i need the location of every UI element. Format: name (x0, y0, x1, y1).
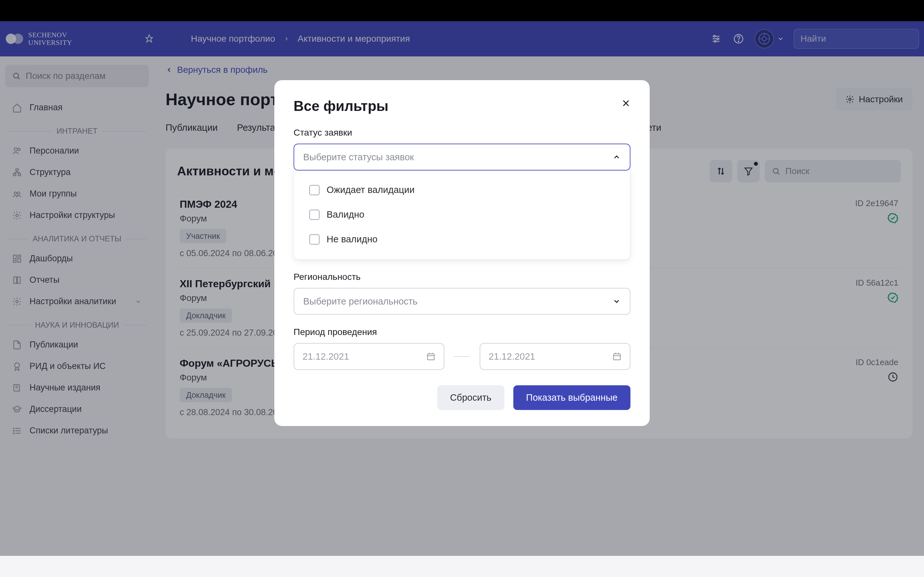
modal-overlay[interactable]: Все фильтры Статус заявки Выберите стату… (0, 21, 924, 556)
apply-button[interactable]: Показать выбранные (513, 385, 630, 410)
svg-rect-49 (614, 354, 620, 360)
modal-title: Все фильтры (294, 98, 630, 114)
status-dropdown: Ожидает валидации Валидно Не валидно (294, 170, 630, 259)
status-label: Статус заявки (294, 127, 630, 138)
region-label: Региональность (294, 272, 630, 282)
status-option-valid[interactable]: Валидно (294, 202, 630, 227)
chevron-down-icon (612, 297, 621, 306)
filters-modal: Все фильтры Статус заявки Выберите стату… (274, 80, 650, 426)
close-button[interactable] (622, 99, 630, 109)
chevron-up-icon (612, 153, 621, 161)
checkbox-icon (309, 210, 320, 220)
date-to-input[interactable]: 21.12.2021 (480, 343, 630, 370)
period-label: Период проведения (294, 327, 630, 337)
date-from-input[interactable]: 21.12.2021 (294, 343, 444, 370)
status-option-pending[interactable]: Ожидает валидации (294, 177, 630, 202)
region-select[interactable]: Выберите региональность (294, 288, 630, 315)
svg-rect-45 (428, 354, 435, 360)
status-option-invalid[interactable]: Не валидно (294, 227, 630, 251)
reset-button[interactable]: Сбросить (437, 385, 504, 410)
checkbox-icon (309, 234, 320, 245)
status-select[interactable]: Выберите статусы заявок (294, 143, 630, 171)
checkbox-icon (309, 185, 320, 195)
date-separator (454, 356, 470, 357)
calendar-icon (612, 352, 622, 361)
close-icon (622, 99, 630, 108)
calendar-icon (426, 352, 435, 361)
